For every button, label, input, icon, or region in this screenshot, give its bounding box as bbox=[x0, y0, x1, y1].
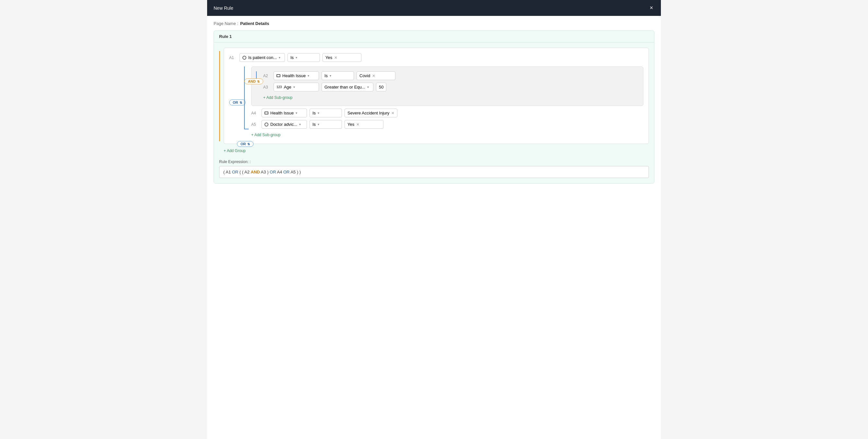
a1-operator-chevron: ▾ bbox=[296, 56, 297, 59]
a4-field-label: Health Issue bbox=[270, 111, 293, 115]
orange-line bbox=[219, 51, 220, 141]
a2-field-chevron: ▾ bbox=[308, 74, 309, 78]
a5-field-select[interactable]: Doctor advic... ▾ bbox=[261, 120, 307, 129]
rule-expression-box: ( A1 OR ( ( A2 AND A3 ) OR A4 OR A5 ) ) bbox=[219, 166, 649, 178]
page-name-label: Page Name : bbox=[214, 21, 238, 26]
a3-value-text: 50 bbox=[379, 85, 383, 89]
a5-field-label: Doctor advic... bbox=[270, 122, 297, 127]
a3-operator-chevron: ▾ bbox=[367, 85, 369, 89]
a2-operator-select[interactable]: Is ▾ bbox=[321, 71, 354, 80]
a5-clear-btn[interactable]: ✕ bbox=[356, 122, 360, 127]
add-group-container: + Add Group bbox=[224, 147, 649, 154]
a5-operator-label: Is bbox=[312, 122, 316, 127]
a5-value-text: Yes bbox=[347, 122, 354, 127]
a2-value-text: Covid bbox=[360, 73, 370, 78]
a3-operator-select[interactable]: Greater than or Equ... ▾ bbox=[321, 83, 373, 91]
or-inner-badge[interactable]: OR ⇅ bbox=[237, 141, 253, 147]
a4-operator-select[interactable]: Is ▾ bbox=[310, 109, 342, 117]
a1-field-icon-circle bbox=[243, 56, 246, 60]
a4-value-field[interactable]: Severe Accident Injury ✕ bbox=[345, 109, 397, 117]
a2-field-label: Health Issue bbox=[282, 73, 306, 78]
modal: New Rule × Page Name : Patient Details R… bbox=[207, 0, 661, 439]
a5-field-chevron: ▾ bbox=[299, 122, 301, 126]
a2-field-icon-rect bbox=[277, 74, 280, 77]
blue-vert-outer bbox=[244, 66, 245, 129]
a1-field-select[interactable]: Is patient con... ▾ bbox=[240, 53, 285, 62]
a5-value-field[interactable]: Yes ✕ bbox=[345, 120, 383, 129]
a3-operator-label: Greater than or Equ... bbox=[324, 85, 365, 89]
a1-operator-select[interactable]: Is ▾ bbox=[287, 53, 320, 62]
a1-clear-btn[interactable]: ✕ bbox=[334, 55, 337, 60]
a2-value-field[interactable]: Covid ✕ bbox=[356, 71, 396, 80]
a1-value-field[interactable]: Yes ✕ bbox=[322, 53, 362, 62]
rule-card: Rule 1 A1 bbox=[214, 30, 654, 183]
a2-clear-btn[interactable]: ✕ bbox=[372, 74, 375, 78]
rule-card-body: A1 Is patient con... ▾ Is ▾ bbox=[214, 42, 654, 183]
page-name-row: Page Name : Patient Details bbox=[214, 21, 654, 26]
row-a2: A2 Health Issue ▾ Is bbox=[263, 71, 639, 80]
or-outer-badge[interactable]: OR ⇅ bbox=[229, 99, 246, 106]
a5-operator-chevron: ▾ bbox=[318, 122, 319, 126]
modal-body: Page Name : Patient Details Rule 1 bbox=[207, 16, 661, 439]
a1-value-text: Yes bbox=[326, 55, 332, 60]
a4-field-icon-rect bbox=[265, 112, 268, 114]
a5-operator-select[interactable]: Is ▾ bbox=[310, 120, 342, 129]
row-a1: A1 Is patient con... ▾ Is ▾ bbox=[229, 53, 643, 62]
blue-bracket-outer: AND ⇅ A2 bbox=[244, 66, 643, 139]
a4-label: A4 bbox=[251, 111, 259, 115]
blue-horiz-outer bbox=[244, 129, 249, 129]
a3-field-select[interactable]: 123 Age ▾ bbox=[274, 83, 319, 91]
expr-p2: A3 ) bbox=[260, 170, 270, 174]
add-sub-group-outer-button[interactable]: + Add Sub-group bbox=[251, 131, 280, 139]
page-name-value: Patient Details bbox=[240, 21, 269, 26]
expr-p4: A5 ) ) bbox=[290, 170, 301, 174]
modal-title: New Rule bbox=[214, 5, 234, 11]
rule-expression-section: Rule Expression: : ( A1 OR ( ( A2 AND A3… bbox=[219, 159, 649, 178]
a3-value-field[interactable]: 50 bbox=[376, 83, 386, 91]
and-badge-container: AND ⇅ bbox=[244, 79, 263, 84]
a2-field-select[interactable]: Health Issue ▾ bbox=[274, 71, 319, 80]
inner-bracket: AND ⇅ A2 bbox=[256, 71, 639, 91]
expr-or3: OR bbox=[283, 170, 290, 174]
a1-field-label: Is patient con... bbox=[248, 55, 277, 60]
outer-group-inner: A1 Is patient con... ▾ Is ▾ bbox=[229, 53, 643, 139]
row-a4: A4 Health Issue ▾ Is ▾ bbox=[251, 109, 643, 117]
expr-p3: A4 bbox=[276, 170, 283, 174]
expr-p1: ( ( A2 bbox=[238, 170, 251, 174]
expr-or1: OR bbox=[232, 170, 239, 174]
expr-and: AND bbox=[251, 170, 260, 174]
a3-field-icon-123: 123 bbox=[277, 85, 282, 89]
add-subgroup-outer-container: + Add Sub-group bbox=[251, 131, 643, 139]
outer-group: A1 Is patient con... ▾ Is ▾ bbox=[224, 48, 649, 144]
expr-or2: OR bbox=[270, 170, 276, 174]
a3-field-label: Age bbox=[284, 85, 291, 89]
a2-operator-chevron: ▾ bbox=[330, 74, 331, 78]
close-button[interactable]: × bbox=[648, 4, 654, 11]
expr-open: ( A1 bbox=[223, 170, 232, 174]
a3-label: A3 bbox=[263, 85, 271, 89]
row-a5: A5 Doctor advic... ▾ Is ▾ bbox=[251, 120, 643, 129]
tree-root: A1 Is patient con... ▾ Is ▾ bbox=[219, 48, 649, 154]
a5-label: A5 bbox=[251, 122, 259, 127]
a1-label: A1 bbox=[229, 55, 237, 60]
a1-field-chevron: ▾ bbox=[279, 56, 280, 59]
a5-field-icon-circle bbox=[265, 122, 268, 126]
and-badge[interactable]: AND ⇅ bbox=[244, 79, 263, 84]
a1-operator-label: Is bbox=[290, 55, 293, 60]
nested-section: OR ⇅ bbox=[229, 66, 643, 139]
a4-value-text: Severe Accident Injury bbox=[347, 111, 389, 115]
a4-field-chevron: ▾ bbox=[296, 111, 297, 115]
a4-clear-btn[interactable]: ✕ bbox=[391, 111, 395, 115]
modal-header: New Rule × bbox=[207, 0, 661, 16]
or-inner-badge-container: OR ⇅ bbox=[237, 141, 253, 147]
a4-field-select[interactable]: Health Issue ▾ bbox=[261, 109, 307, 117]
a4-operator-chevron: ▾ bbox=[318, 111, 319, 115]
add-subgroup-inner-container: + Add Sub-group bbox=[256, 94, 639, 101]
a3-field-chevron: ▾ bbox=[293, 85, 295, 89]
rule-card-header: Rule 1 bbox=[214, 31, 654, 42]
inner-group: AND ⇅ A2 bbox=[251, 66, 643, 106]
rule-expression-label: Rule Expression: : bbox=[219, 159, 649, 164]
add-group-button[interactable]: + Add Group bbox=[224, 147, 246, 154]
add-sub-group-inner-button[interactable]: + Add Sub-group bbox=[263, 94, 292, 101]
a4-operator-label: Is bbox=[312, 111, 316, 115]
